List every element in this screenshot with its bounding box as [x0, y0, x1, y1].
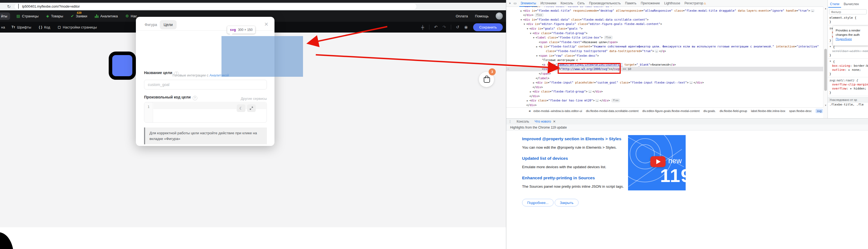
- flex-badge[interactable]: flex: [604, 36, 613, 39]
- css-property[interactable]: scrollbar-width: none;: [828, 49, 868, 53]
- history-icon[interactable]: ↺: [456, 25, 460, 30]
- toolbar-item-Код[interactable]: { }Код: [39, 25, 50, 29]
- css-selector[interactable]: * {: [828, 45, 868, 49]
- toolbar-item-Страницы[interactable]: ▤Страницы: [17, 14, 39, 18]
- css-property[interactable]: box-sizing: border-box;: [828, 64, 868, 68]
- toolbar-item-Товары[interactable]: ◈Товары: [46, 14, 63, 18]
- row-overflow-icon[interactable]: ⋯: [507, 67, 509, 71]
- css-property[interactable]: outline: ▸ none;: [828, 68, 868, 72]
- elements-row[interactable]: "Готовые интеграции с ": [506, 58, 823, 62]
- dark-mode-icon[interactable]: ☾: [237, 104, 245, 112]
- devtools-tab-Сеть[interactable]: Сеть: [575, 0, 587, 6]
- elements-row[interactable]: ▶<q is="flexbe-tooltip" content="Укажите…: [506, 44, 823, 49]
- css-property[interactable]: overflow: ▸ hidden;: [828, 86, 868, 91]
- styles-tab-Вычислен[interactable]: Вычислен: [842, 1, 861, 8]
- help-icon[interactable]: ?: [193, 96, 197, 100]
- css-property[interactable]: overflow-clip-margin: content-box;: [828, 82, 868, 86]
- other-services-link[interactable]: Другие сервисы: [241, 97, 267, 101]
- elements-row[interactable]: class="flexbe-tooltip tooltipstered" dat…: [506, 49, 823, 54]
- billing-link[interactable]: Оплата: [456, 14, 468, 18]
- tune-icon[interactable]: ╪: [421, 25, 424, 30]
- elements-row[interactable]: </span>: [506, 71, 823, 76]
- redo-icon[interactable]: ↷: [442, 25, 446, 30]
- tree-arrow-icon[interactable]: ▶: [529, 90, 533, 94]
- sites-tab-partial[interactable]: йты: [0, 12, 10, 20]
- elements-row[interactable]: ▶<div is="flexbe-modal-title" responsive…: [506, 8, 823, 13]
- breadcrumb-item[interactable]: span.flexbe-desc: [789, 109, 812, 113]
- whats-new-title-link[interactable]: Updated list of devices: [522, 156, 568, 161]
- devtools-tab-Приложение[interactable]: Приложение: [639, 0, 662, 6]
- elements-row[interactable]: </label>: [506, 76, 823, 80]
- breadcrumb-item[interactable]: div.editor-figure-goals.flexbe-modal-con…: [643, 109, 700, 113]
- styles-filter-input[interactable]: [829, 9, 867, 14]
- scrollbar-thumb[interactable]: [824, 49, 827, 91]
- elements-row[interactable]: </div>: [506, 85, 823, 90]
- drawer-tab-Консоль[interactable]: Консоль: [514, 119, 532, 124]
- toolbar-item-Настройки страницы[interactable]: ▢Настройки страницы: [58, 25, 97, 29]
- chrome-119-thumbnail[interactable]: new 119: [628, 135, 686, 190]
- devtools-tab-Производительность[interactable]: Производительность: [587, 0, 623, 6]
- elements-row-selected[interactable]: ⋯<svg xmlns="http://www.w3.org/2000/svg"…: [506, 67, 823, 71]
- lock-icon[interactable]: [18, 4, 19, 9]
- device-toolbar-icon[interactable]: ▭: [514, 1, 517, 5]
- drawer-menu-icon[interactable]: ⋮: [508, 119, 512, 123]
- elements-row[interactable]: <span class="flexbe-text">Название цели<…: [506, 40, 823, 44]
- tree-arrow-icon[interactable]: ▶: [535, 44, 539, 49]
- breadcrumb-item[interactable]: div.goals.: [703, 109, 716, 113]
- elements-row[interactable]: ▼<div is="goals" class="goals ">: [506, 26, 823, 31]
- elements-row[interactable]: ▼<span is="raw" class="flexbe-desc">: [506, 54, 823, 58]
- figure-element[interactable]: [109, 51, 136, 80]
- tree-arrow-icon[interactable]: ▼: [535, 54, 539, 58]
- scroll-down-icon[interactable]: ▼: [824, 104, 828, 107]
- elements-row[interactable]: ▼<div is="editor-figure-goals" class="ed…: [506, 22, 823, 26]
- save-button[interactable]: Сохранить: [473, 23, 503, 31]
- elements-row[interactable]: ▶<div class="flexbe-bar has-line mt20">……: [506, 98, 823, 103]
- tree-arrow-icon[interactable]: ▶: [532, 80, 536, 85]
- tree-arrow-icon[interactable]: ▶: [526, 99, 529, 103]
- devtools-tab-Элементы[interactable]: Элементы: [518, 0, 538, 6]
- undo-icon[interactable]: ↶: [434, 25, 438, 30]
- preview-icon[interactable]: ◉: [464, 25, 468, 30]
- elements-row[interactable]: </div>: [506, 103, 823, 107]
- breadcrumb-item[interactable]: exbe-modal--window.is-tabs.editor-ui: [533, 109, 582, 113]
- whats-new-title-link[interactable]: Improved @property section in Elements >…: [522, 136, 621, 141]
- close-icon[interactable]: ✕: [552, 119, 556, 123]
- elements-row[interactable]: ▼<label class="flexbe-title inline-box">…: [506, 35, 823, 40]
- elements-row[interactable]: </div>: [506, 94, 823, 99]
- styles-tab-Стили[interactable]: Стили: [828, 1, 842, 8]
- close-icon[interactable]: ✕: [264, 21, 269, 27]
- breadcrumb-item[interactable]: label.flexbe-title.inline-box: [751, 109, 785, 113]
- breadcrumb-item[interactable]: svg: [815, 109, 823, 113]
- whats-new-title-link[interactable]: Enhanced pretty-printing in Sources: [522, 176, 595, 180]
- devtools-tab-Регистратор[interactable]: Регистратор⚠: [682, 0, 709, 6]
- elements-row[interactable]: ▶<div class="flexbe-field-group">…</div>: [506, 89, 823, 94]
- breadcrumb-item[interactable]: div.flexbe-field-group: [720, 109, 747, 113]
- css-selector[interactable]: element.style {: [828, 16, 868, 20]
- elements-scrollbar[interactable]: ▲ ▼: [823, 6, 828, 107]
- css-selector[interactable]: .flexbe-title, .fle: [828, 103, 868, 107]
- tree-arrow-icon[interactable]: ▼: [519, 17, 523, 22]
- address-bar[interactable]: lp500401.myflexbe.com/?mode=editor: [14, 3, 416, 9]
- tree-arrow-icon[interactable]: ▶: [519, 9, 523, 13]
- toolbar-item-Нас[interactable]: ⚙Нас: [125, 14, 137, 18]
- devtools-tab-Консоль[interactable]: Консоль: [558, 0, 575, 6]
- devtools-tab-Память[interactable]: Память: [623, 0, 639, 6]
- toolbar-item-Заявки[interactable]: ✔Заявки439: [71, 14, 87, 18]
- help-link[interactable]: Помощь: [475, 14, 489, 18]
- learn-more-link[interactable]: Подробнее: [836, 37, 852, 41]
- css-selector[interactable]: * {: [828, 60, 868, 64]
- crumb-left-icon[interactable]: ◀: [529, 110, 530, 112]
- elements-row[interactable]: </div>flex: [506, 13, 823, 17]
- elements-row[interactable]: ▶<div is="flexbe-input" placeholder="cus…: [506, 80, 823, 85]
- details-button[interactable]: Подробнее...: [522, 199, 554, 206]
- elements-row[interactable]: ▼<div is="flexbe-modal-data" class="flex…: [506, 17, 823, 22]
- elements-row[interactable]: <div class="flexbe-modal--window is-tabs…: [506, 6, 823, 8]
- drawer-tab-Что нового[interactable]: Что нового ✕: [532, 119, 558, 124]
- code-editor[interactable]: 1 ☾: [144, 102, 267, 122]
- elements-row[interactable]: ▼<div class="flexbe-field-group">: [506, 31, 823, 36]
- close-button[interactable]: Закрыть: [555, 199, 579, 206]
- goal-id-input[interactable]: [144, 80, 267, 90]
- expand-icon[interactable]: [247, 104, 256, 112]
- tab-figure[interactable]: Фигура: [141, 20, 161, 29]
- tab-goals[interactable]: Цели: [160, 20, 177, 29]
